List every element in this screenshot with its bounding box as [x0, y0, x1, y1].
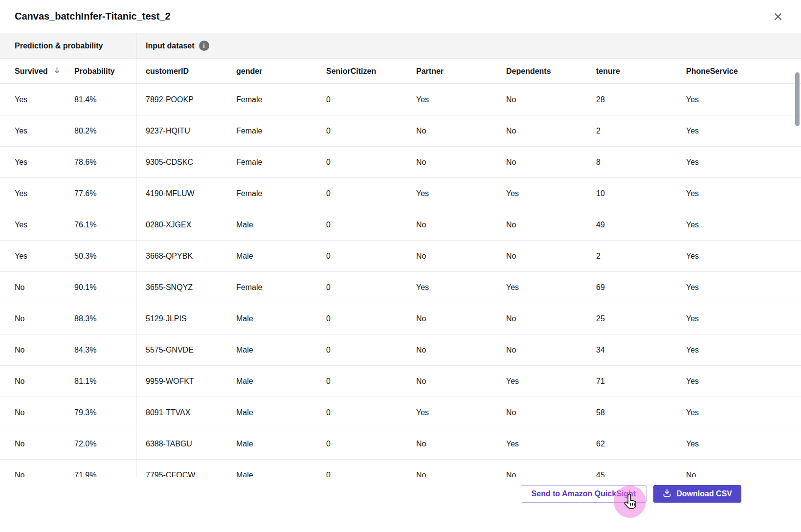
- cell-probability: 84.3%: [74, 346, 146, 355]
- cell-phoneservice: Yes: [686, 252, 801, 261]
- cell-probability: 90.1%: [74, 283, 146, 292]
- cell-partner: No: [416, 252, 506, 261]
- column-header-row: Survived Probability customerID gender S…: [0, 59, 801, 84]
- column-header-gender[interactable]: gender: [236, 67, 326, 76]
- cell-phoneservice: Yes: [686, 408, 801, 417]
- cell-gender: Male: [236, 221, 326, 229]
- cell-partner: No: [416, 127, 506, 135]
- cell-customerid: 8091-TTVAX: [146, 408, 236, 417]
- column-header-dependents[interactable]: Dependents: [506, 67, 596, 76]
- cell-gender: Female: [236, 158, 326, 167]
- cell-tenure: 28: [596, 95, 686, 104]
- cell-dependents: No: [506, 408, 596, 417]
- cell-seniorcitizen: 0: [326, 127, 416, 135]
- cell-probability: 81.1%: [74, 377, 146, 386]
- cell-customerid: 3668-QPYBK: [146, 252, 236, 261]
- cell-tenure: 10: [596, 189, 686, 198]
- table-row: Yes 50.3% 3668-QPYBK Male 0 No No 2 Yes: [0, 241, 801, 272]
- cell-tenure: 71: [596, 377, 686, 386]
- cell-phoneservice: Yes: [686, 189, 801, 198]
- cell-partner: Yes: [416, 95, 506, 104]
- cell-tenure: 34: [596, 346, 686, 355]
- cell-seniorcitizen: 0: [326, 471, 416, 478]
- cell-survived: Yes: [15, 221, 74, 229]
- cell-tenure: 8: [596, 158, 686, 167]
- cell-customerid: 0280-XJGEX: [146, 221, 236, 229]
- cell-phoneservice: Yes: [686, 127, 801, 135]
- modal-footer: Send to Amazon QuickSight Download CSV: [0, 477, 801, 532]
- cell-seniorcitizen: 0: [326, 408, 416, 417]
- cell-dependents: No: [506, 127, 596, 135]
- cell-gender: Male: [236, 471, 326, 478]
- column-header-partner[interactable]: Partner: [416, 67, 506, 76]
- cell-partner: Yes: [416, 408, 506, 417]
- cell-partner: No: [416, 221, 506, 229]
- cell-customerid: 9959-WOFKT: [146, 377, 236, 386]
- cell-dependents: No: [506, 471, 596, 478]
- cell-probability: 78.6%: [74, 158, 146, 167]
- table-row: Yes 81.4% 7892-POOKP Female 0 Yes No 28 …: [0, 84, 801, 115]
- table-row: Yes 76.1% 0280-XJGEX Male 0 No No 49 Yes: [0, 209, 801, 241]
- send-to-quicksight-button[interactable]: Send to Amazon QuickSight: [521, 485, 647, 503]
- close-icon: [773, 16, 783, 23]
- cell-customerid: 5575-GNVDE: [146, 346, 236, 355]
- download-icon: [663, 488, 671, 499]
- column-header-tenure[interactable]: tenure: [596, 67, 686, 76]
- table-row: No 81.1% 9959-WOFKT Male 0 No Yes 71 Yes: [0, 366, 801, 397]
- table-row: No 71.9% 7795-CFOCW Male 0 No No 45 No: [0, 460, 801, 477]
- batch-prediction-modal: Canvas_batchInfer-Titanic_test_2 Predict…: [0, 0, 801, 532]
- modal-header: Canvas_batchInfer-Titanic_test_2: [0, 0, 801, 33]
- cell-tenure: 25: [596, 314, 686, 323]
- cell-phoneservice: Yes: [686, 346, 801, 355]
- cell-gender: Male: [236, 346, 326, 355]
- cell-seniorcitizen: 0: [326, 158, 416, 167]
- cell-survived: No: [15, 408, 74, 417]
- cell-survived: Yes: [15, 252, 74, 261]
- cell-survived: No: [15, 346, 74, 355]
- column-header-phoneservice[interactable]: PhoneService: [686, 67, 801, 76]
- cell-seniorcitizen: 0: [326, 283, 416, 292]
- table-row: No 84.3% 5575-GNVDE Male 0 No No 34 Yes: [0, 334, 801, 366]
- cell-gender: Male: [236, 377, 326, 386]
- cell-probability: 88.3%: [74, 314, 146, 323]
- cell-tenure: 62: [596, 440, 686, 448]
- scrollbar-thumb[interactable]: [795, 72, 800, 126]
- cell-seniorcitizen: 0: [326, 346, 416, 355]
- cell-partner: No: [416, 440, 506, 448]
- close-button[interactable]: [770, 8, 786, 25]
- cell-survived: Yes: [15, 127, 74, 135]
- cell-partner: No: [416, 346, 506, 355]
- cell-dependents: No: [506, 346, 596, 355]
- table-row: Yes 80.2% 9237-HQITU Female 0 No No 2 Ye…: [0, 115, 801, 147]
- section-input-dataset-label: Input dataset: [146, 42, 195, 50]
- download-csv-button[interactable]: Download CSV: [653, 485, 741, 503]
- cell-probability: 81.4%: [74, 95, 146, 104]
- table-row: Yes 77.6% 4190-MFLUW Female 0 Yes Yes 10…: [0, 178, 801, 209]
- cell-survived: No: [15, 440, 74, 448]
- column-header-seniorcitizen[interactable]: SeniorCitizen: [326, 67, 416, 76]
- cell-dependents: Yes: [506, 283, 596, 292]
- cell-probability: 72.0%: [74, 440, 146, 448]
- column-header-survived[interactable]: Survived: [15, 66, 74, 76]
- cell-phoneservice: Yes: [686, 377, 801, 386]
- cell-customerid: 6388-TABGU: [146, 440, 236, 448]
- info-icon[interactable]: i: [199, 41, 209, 51]
- cell-survived: Yes: [15, 95, 74, 104]
- cell-gender: Female: [236, 95, 326, 104]
- cell-seniorcitizen: 0: [326, 440, 416, 448]
- column-header-probability[interactable]: Probability: [74, 67, 146, 76]
- column-header-customerid[interactable]: customerID: [146, 67, 236, 76]
- cell-phoneservice: Yes: [686, 95, 801, 104]
- table-body: Yes 81.4% 7892-POOKP Female 0 Yes No 28 …: [0, 84, 801, 477]
- cell-survived: Yes: [15, 189, 74, 198]
- cell-dependents: No: [506, 314, 596, 323]
- cell-customerid: 5129-JLPIS: [146, 314, 236, 323]
- cell-phoneservice: Yes: [686, 158, 801, 167]
- sort-descending-icon: [53, 66, 61, 76]
- cell-tenure: 45: [596, 471, 686, 478]
- cell-phoneservice: No: [686, 471, 801, 478]
- cell-partner: Yes: [416, 189, 506, 198]
- cell-phoneservice: Yes: [686, 314, 801, 323]
- cell-seniorcitizen: 0: [326, 221, 416, 229]
- cell-probability: 71.9%: [74, 471, 146, 478]
